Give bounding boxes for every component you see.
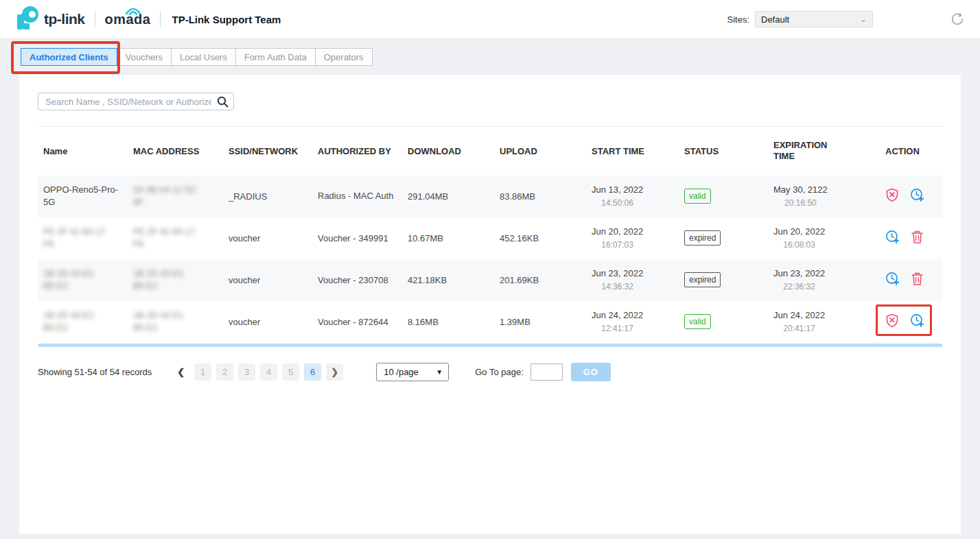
sites-dropdown[interactable]: Default ⌄ <box>755 11 873 27</box>
ssid-network: voucher <box>229 275 260 285</box>
next-page-button[interactable]: ❯ <box>326 363 343 381</box>
client-name-blurred: FE 2F 41 8A 17 F6 <box>43 226 106 250</box>
records-summary: Showing 51-54 of 54 records <box>38 367 152 377</box>
go-button[interactable]: GO <box>571 363 611 381</box>
page: tp-link omada TP-Link Support Team Sites… <box>0 0 980 539</box>
page-button-3[interactable]: 3 <box>238 363 255 381</box>
expiration-time: Jun 20, 202216:08:03 <box>773 226 825 250</box>
tab-vouchers[interactable]: Vouchers <box>117 48 172 66</box>
header-divider <box>160 11 161 27</box>
unauthorize-shield-x-icon[interactable] <box>885 313 899 328</box>
tab-local-users[interactable]: Local Users <box>171 48 236 66</box>
mac-address-blurred: FE 2F 41 8A 17 F6 <box>133 226 196 250</box>
content-card: Name MAC ADDRESS SSID/NETWORK AUTHORIZED… <box>19 75 961 534</box>
download-value: 8.16MB <box>408 317 439 327</box>
download-value: 291.04MB <box>408 191 448 202</box>
header-divider <box>95 11 95 27</box>
expiration-time: Jun 23, 202222:36:32 <box>773 268 825 291</box>
upload-value: 83.86MB <box>500 191 535 202</box>
status-badge: expired <box>684 272 721 287</box>
tp-link-wordmark: tp-link <box>44 11 85 27</box>
upload-value: 452.16KB <box>500 233 539 243</box>
delete-trash-icon[interactable] <box>911 272 924 286</box>
page-title: TP-Link Support Team <box>172 14 281 25</box>
col-header-upload: UPLOAD <box>494 127 586 176</box>
page-button-1[interactable]: 1 <box>194 363 211 381</box>
ssid-network: voucher <box>229 317 260 327</box>
download-value: 421.18KB <box>408 275 447 285</box>
authorized-by: Radius - MAC Auth <box>318 191 394 201</box>
prev-page-button[interactable]: ❮ <box>172 363 189 381</box>
page-button-5[interactable]: 5 <box>282 363 299 381</box>
col-header-name: Name <box>38 127 128 176</box>
refresh-icon[interactable] <box>950 12 965 27</box>
goto-page-input[interactable] <box>530 363 563 381</box>
page-navigation: ❮ 1 2 3 4 5 6 ❯ <box>172 363 343 381</box>
search-input[interactable] <box>38 93 234 110</box>
client-name-blurred: 1B 2D 43 E1 B5 E2 <box>43 267 106 291</box>
expiration-time: May 30, 212220:16:50 <box>773 184 828 208</box>
table-header-row: Name MAC ADDRESS SSID/NETWORK AUTHORIZED… <box>38 127 942 176</box>
table-row: FE 2F 41 8A 17 F6 FE 2F 41 8A 17 F6 vouc… <box>38 217 942 259</box>
tp-link-logo-mark-icon <box>15 5 40 34</box>
col-header-authorized-by: AUTHORIZED BY <box>312 127 402 176</box>
authorized-by: Voucher - 349991 <box>318 233 388 243</box>
start-time: Jun 24, 202212:41:17 <box>592 310 643 333</box>
ssid-network: _RADIUS <box>229 191 267 202</box>
col-header-download: DOWNLOAD <box>402 127 494 176</box>
status-badge: valid <box>684 314 711 329</box>
unauthorize-shield-x-icon[interactable] <box>885 188 899 202</box>
start-time: Jun 23, 202214:36:32 <box>592 268 643 291</box>
extend-clock-plus-icon[interactable] <box>910 188 924 202</box>
start-time: Jun 13, 202214:50:06 <box>592 184 643 208</box>
goto-page-label: Go To page: <box>475 367 524 377</box>
expiration-time: Jun 24, 202220:41:17 <box>773 310 825 333</box>
col-header-action: ACTION <box>880 127 942 176</box>
pagination-bar: Showing 51-54 of 54 records ❮ 1 2 3 4 5 … <box>38 363 942 381</box>
ssid-network: voucher <box>229 233 260 243</box>
col-header-status: STATUS <box>679 127 768 176</box>
authorized-by: Voucher - 872644 <box>318 317 388 327</box>
mac-address-blurred: 3A 4B A4 12 5C 9F <box>133 184 196 208</box>
horizontal-scrollbar[interactable] <box>38 344 942 347</box>
status-badge: valid <box>684 189 711 204</box>
table-row: 1B 2D 43 E1 B5 E2 1B 2D 43 E1 B5 E2 vouc… <box>38 259 942 301</box>
table-row: 1B 2D 43 E1 B5 E2 1B 2D 43 E1 B5 E2 vouc… <box>38 301 942 343</box>
magnifier-icon[interactable] <box>217 96 229 110</box>
chevron-down-icon: ▼ <box>436 368 443 376</box>
page-button-6-current[interactable]: 6 <box>304 363 321 381</box>
page-button-2[interactable]: 2 <box>216 363 233 381</box>
extend-clock-plus-icon[interactable] <box>885 230 900 244</box>
per-page-select[interactable]: 10 /page ▼ <box>376 363 449 381</box>
delete-trash-icon[interactable] <box>911 230 924 244</box>
col-header-mac: MAC ADDRESS <box>128 127 223 176</box>
row-actions <box>885 230 924 244</box>
tab-bar: Authorized Clients Vouchers Local Users … <box>21 48 980 66</box>
search-area <box>38 93 234 110</box>
col-header-expiration-time: EXPIRATION TIME <box>768 127 880 176</box>
sites-label: Sites: <box>727 14 749 25</box>
omada-logo: omada <box>105 12 151 27</box>
status-badge: expired <box>684 230 721 245</box>
col-header-ssid: SSID/NETWORK <box>223 127 312 176</box>
header-right-controls: Sites: Default ⌄ <box>727 11 965 27</box>
row-actions <box>885 272 924 286</box>
extend-clock-plus-icon[interactable] <box>910 313 924 328</box>
row-actions <box>885 188 924 202</box>
tab-form-auth-data[interactable]: Form Auth Data <box>235 48 316 66</box>
upload-value: 1.39MB <box>500 317 530 327</box>
annotated-tab-wrapper: Authorized Clients <box>21 48 117 66</box>
authorized-by: Voucher - 230708 <box>318 275 388 285</box>
brand-area: tp-link omada TP-Link Support Team <box>15 5 281 34</box>
extend-clock-plus-icon[interactable] <box>885 272 900 286</box>
page-button-4[interactable]: 4 <box>260 363 277 381</box>
mac-address-blurred: 1B 2D 43 E1 B5 E2 <box>133 267 196 291</box>
tab-authorized-clients[interactable]: Authorized Clients <box>21 48 117 66</box>
row-actions-annotated <box>885 313 924 328</box>
chevron-down-icon: ⌄ <box>860 14 867 24</box>
mac-address-blurred: 1B 2D 43 E1 B5 E2 <box>133 309 196 333</box>
tab-operators[interactable]: Operators <box>315 48 373 66</box>
top-header-bar: tp-link omada TP-Link Support Team Sites… <box>0 0 980 39</box>
client-name-blurred: 1B 2D 43 E1 B5 E2 <box>43 309 106 333</box>
sites-dropdown-value: Default <box>761 14 789 25</box>
